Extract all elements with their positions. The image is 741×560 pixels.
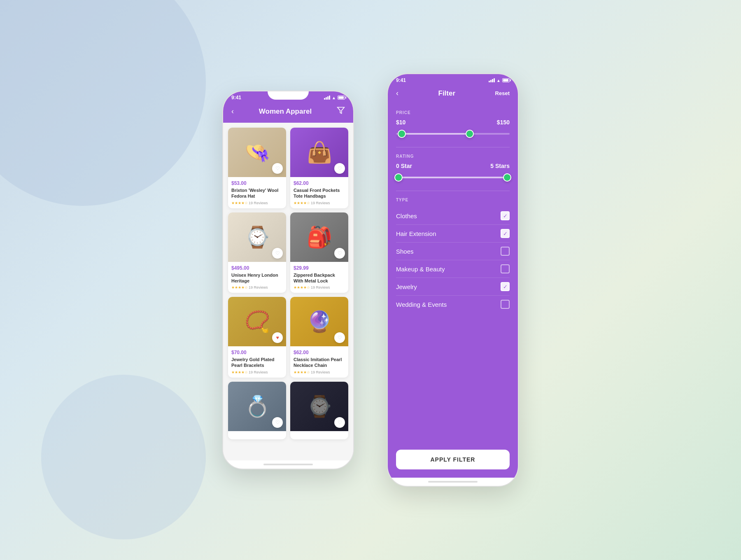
list-item[interactable]: ⌚ ♡ $495.00 Unisex Henry London Heritage… xyxy=(228,212,286,293)
slider-fill xyxy=(398,177,508,178)
phone-filter: 9:41 ▲ ‹ Filter Reset PRICE xyxy=(387,73,519,487)
list-item[interactable]: 📿 ♥ $70.00 Jewelry Gold Plated Pearl Bra… xyxy=(228,297,286,378)
wishlist-button[interactable]: ♡ xyxy=(272,417,283,428)
phone2-header: 9:41 ▲ ‹ Filter Reset xyxy=(388,74,518,104)
page-title: Filter xyxy=(438,89,456,98)
battery-icon xyxy=(502,78,510,82)
product-image: ⌚ ♡ xyxy=(228,212,286,262)
rating-slider[interactable] xyxy=(396,173,510,182)
type-label: Clothes xyxy=(396,212,417,219)
price-section-label: PRICE xyxy=(396,110,510,115)
notch xyxy=(432,74,473,82)
wishlist-button[interactable]: ♡ xyxy=(334,417,345,428)
product-image: 💍 ♡ xyxy=(228,382,286,431)
list-item[interactable]: 💍 ♡ xyxy=(228,382,286,439)
wishlist-button[interactable]: ♡ xyxy=(272,248,283,259)
slider-thumb-min[interactable] xyxy=(398,130,406,138)
product-name: Zippered Backpack With Metal Lock xyxy=(294,272,345,284)
type-label: Hair Extension xyxy=(396,230,436,237)
type-item-wedding[interactable]: Wedding & Events xyxy=(396,296,510,313)
product-rating: ★★★★☆ 19 Reviews xyxy=(294,285,345,289)
list-item[interactable]: ⌚ ♡ xyxy=(290,382,348,439)
wishlist-button[interactable]: ♡ xyxy=(334,248,345,259)
filter-content: PRICE $10 $150 RATING 0 Star 5 Stars xyxy=(388,104,518,441)
type-filter-section: TYPE Clothes ✓ Hair Extension ✓ Shoes Ma… xyxy=(396,198,510,313)
list-item[interactable]: 🔮 ♡ $62.00 Classic Imitation Pearl Neckl… xyxy=(290,297,348,378)
product-image: ⌚ ♡ xyxy=(290,382,348,431)
type-label: Wedding & Events xyxy=(396,301,447,308)
status-icons: ▲ xyxy=(489,78,510,83)
product-details: $62.00 Casual Front Pockets Tote Handbag… xyxy=(290,177,348,208)
home-indicator xyxy=(263,464,313,465)
product-image: 🔮 ♡ xyxy=(290,297,348,346)
divider xyxy=(396,191,510,191)
checkbox-hair-extension[interactable]: ✓ xyxy=(501,229,510,238)
list-item[interactable]: 👒 ♡ $53.00 Brixton 'Wesley' Wool Fedora … xyxy=(228,128,286,208)
product-rating: ★★★★☆ 19 Reviews xyxy=(231,201,283,205)
type-item-makeup[interactable]: Makeup & Beauty xyxy=(396,260,510,278)
app-header: ‹ Women Apparel xyxy=(223,102,353,123)
home-indicator xyxy=(428,481,478,483)
filter-icon[interactable] xyxy=(337,106,345,117)
back-button[interactable]: ‹ xyxy=(396,89,398,98)
type-item-jewelry[interactable]: Jewelry ✓ xyxy=(396,278,510,296)
back-button[interactable]: ‹ xyxy=(231,107,234,116)
type-item-shoes[interactable]: Shoes xyxy=(396,243,510,260)
apply-filter-container: APPLY FILTER xyxy=(388,441,518,478)
product-list: 👒 ♡ $53.00 Brixton 'Wesley' Wool Fedora … xyxy=(223,123,353,460)
price-min-label: $10 xyxy=(396,119,405,126)
product-rating: ★★★★☆ 19 Reviews xyxy=(294,370,345,374)
price-slider[interactable] xyxy=(396,129,510,139)
checkbox-makeup[interactable] xyxy=(501,264,510,273)
checkbox-jewelry[interactable]: ✓ xyxy=(501,282,510,291)
apply-filter-button[interactable]: APPLY FILTER xyxy=(396,450,510,469)
wishlist-button[interactable]: ♡ xyxy=(334,163,345,174)
rating-range-labels: 0 Star 5 Stars xyxy=(396,163,510,169)
product-image: 📿 ♥ xyxy=(228,297,286,346)
product-details: $495.00 Unisex Henry London Heritage ★★★… xyxy=(228,262,286,293)
svg-marker-0 xyxy=(338,107,345,114)
checkbox-wedding[interactable] xyxy=(501,300,510,309)
wishlist-button[interactable]: ♥ xyxy=(272,332,283,343)
price-max-label: $150 xyxy=(497,119,510,126)
wishlist-button[interactable]: ♡ xyxy=(334,332,345,343)
type-label: Makeup & Beauty xyxy=(396,266,445,273)
product-image: 🎒 ♡ xyxy=(290,212,348,262)
status-icons: ▲ xyxy=(324,96,345,100)
product-price: $62.00 xyxy=(294,350,345,355)
wishlist-button[interactable]: ♡ xyxy=(272,163,283,174)
product-price: $495.00 xyxy=(231,265,283,271)
product-details: $70.00 Jewelry Gold Plated Pearl Bracele… xyxy=(228,346,286,378)
product-price: $62.00 xyxy=(294,180,345,186)
product-details: $29.99 Zippered Backpack With Metal Lock… xyxy=(290,262,348,293)
checkbox-clothes[interactable]: ✓ xyxy=(501,211,510,220)
product-name: Casual Front Pockets Tote Handbags xyxy=(294,187,345,199)
notch xyxy=(268,91,309,100)
product-name: Classic Imitation Pearl Necklace Chain xyxy=(294,357,345,369)
type-item-hair-extension[interactable]: Hair Extension ✓ xyxy=(396,225,510,243)
price-filter-section: PRICE $10 $150 xyxy=(396,110,510,139)
product-details: $62.00 Classic Imitation Pearl Necklace … xyxy=(290,346,348,378)
product-price: $29.99 xyxy=(294,265,345,271)
type-label: Jewelry xyxy=(396,283,417,290)
slider-thumb-max[interactable] xyxy=(503,173,511,182)
wifi-icon: ▲ xyxy=(496,78,501,83)
list-item[interactable]: 🎒 ♡ $29.99 Zippered Backpack With Metal … xyxy=(290,212,348,293)
reset-button[interactable]: Reset xyxy=(495,90,510,96)
product-name: Brixton 'Wesley' Wool Fedora Hat xyxy=(231,187,283,199)
phone1-header: 9:41 ▲ ‹ Women Apparel xyxy=(223,91,353,123)
slider-thumb-max[interactable] xyxy=(466,130,474,138)
product-details xyxy=(228,431,286,439)
product-rating: ★★★★☆ 19 Reviews xyxy=(294,201,345,205)
product-details xyxy=(290,431,348,439)
product-grid: 👒 ♡ $53.00 Brixton 'Wesley' Wool Fedora … xyxy=(228,128,348,439)
type-item-clothes[interactable]: Clothes ✓ xyxy=(396,207,510,225)
product-details: $53.00 Brixton 'Wesley' Wool Fedora Hat … xyxy=(228,177,286,208)
slider-thumb-min[interactable] xyxy=(394,173,403,182)
price-range-labels: $10 $150 xyxy=(396,119,510,126)
wifi-icon: ▲ xyxy=(332,96,336,100)
list-item[interactable]: 👜 ♡ $62.00 Casual Front Pockets Tote Han… xyxy=(290,128,348,208)
product-rating: ★★★★☆ 19 Reviews xyxy=(231,370,283,374)
checkbox-shoes[interactable] xyxy=(501,247,510,256)
battery-icon xyxy=(338,96,345,100)
